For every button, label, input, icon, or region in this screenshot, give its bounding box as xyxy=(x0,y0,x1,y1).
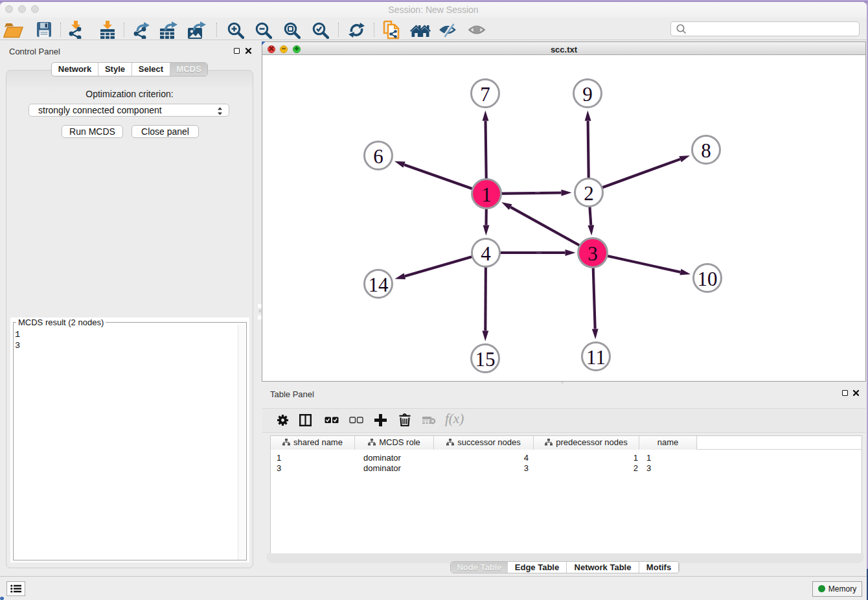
svg-text:1: 1 xyxy=(481,183,492,206)
svg-text:11: 11 xyxy=(586,346,606,369)
svg-text:14: 14 xyxy=(369,273,389,296)
svg-text:7: 7 xyxy=(480,83,490,106)
svg-text:9: 9 xyxy=(582,83,593,106)
svg-text:10: 10 xyxy=(698,268,718,290)
svg-text:8: 8 xyxy=(701,139,711,162)
svg-text:15: 15 xyxy=(475,348,496,371)
svg-text:3: 3 xyxy=(588,242,598,265)
svg-text:6: 6 xyxy=(373,145,383,168)
svg-text:2: 2 xyxy=(584,182,594,205)
svg-text:4: 4 xyxy=(481,242,491,265)
